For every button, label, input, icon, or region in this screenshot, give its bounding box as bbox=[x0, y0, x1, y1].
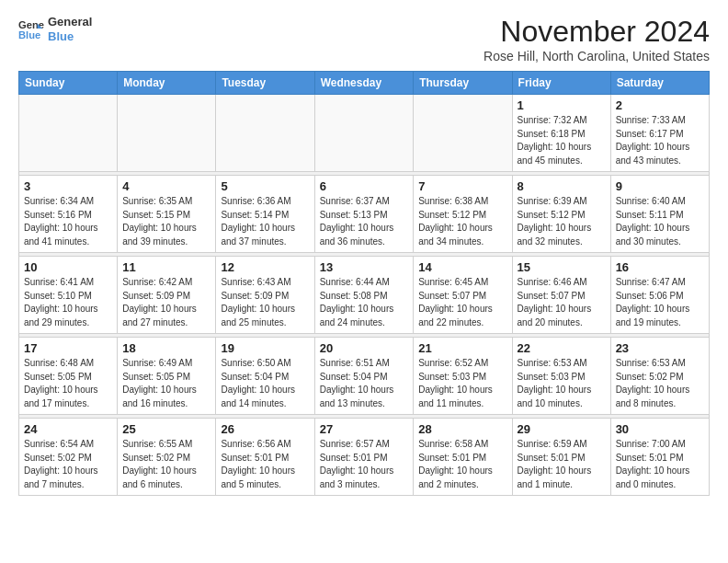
calendar-day: 24Sunrise: 6:54 AM Sunset: 5:02 PM Dayli… bbox=[19, 419, 118, 496]
calendar-day: 28Sunrise: 6:58 AM Sunset: 5:01 PM Dayli… bbox=[414, 419, 512, 496]
day-number: 8 bbox=[518, 179, 606, 193]
calendar-week-1: 1Sunrise: 7:32 AM Sunset: 6:18 PM Daylig… bbox=[19, 95, 710, 172]
day-number: 27 bbox=[320, 422, 409, 436]
calendar-day: 20Sunrise: 6:51 AM Sunset: 5:04 PM Dayli… bbox=[314, 338, 414, 415]
calendar-day: 17Sunrise: 6:48 AM Sunset: 5:05 PM Dayli… bbox=[19, 338, 118, 415]
day-info: Sunrise: 6:53 AM Sunset: 5:02 PM Dayligh… bbox=[616, 357, 704, 410]
calendar-day: 14Sunrise: 6:45 AM Sunset: 5:07 PM Dayli… bbox=[414, 257, 512, 334]
location: Rose Hill, North Carolina, United States bbox=[483, 49, 710, 63]
calendar-day: 23Sunrise: 6:53 AM Sunset: 5:02 PM Dayli… bbox=[610, 338, 709, 415]
day-number: 17 bbox=[24, 341, 112, 355]
calendar-week-4: 17Sunrise: 6:48 AM Sunset: 5:05 PM Dayli… bbox=[19, 338, 710, 415]
day-number: 11 bbox=[122, 260, 210, 274]
day-number: 15 bbox=[518, 260, 606, 274]
day-info: Sunrise: 6:49 AM Sunset: 5:05 PM Dayligh… bbox=[122, 357, 210, 410]
day-number: 2 bbox=[616, 98, 704, 112]
calendar-day: 13Sunrise: 6:44 AM Sunset: 5:08 PM Dayli… bbox=[314, 257, 414, 334]
calendar-day bbox=[19, 95, 118, 172]
calendar-day: 30Sunrise: 7:00 AM Sunset: 5:01 PM Dayli… bbox=[610, 419, 709, 496]
day-info: Sunrise: 6:43 AM Sunset: 5:09 PM Dayligh… bbox=[221, 276, 309, 329]
calendar-day: 1Sunrise: 7:32 AM Sunset: 6:18 PM Daylig… bbox=[512, 95, 610, 172]
calendar-day: 18Sunrise: 6:49 AM Sunset: 5:05 PM Dayli… bbox=[118, 338, 216, 415]
weekday-header-tuesday: Tuesday bbox=[216, 72, 314, 95]
day-info: Sunrise: 6:37 AM Sunset: 5:13 PM Dayligh… bbox=[320, 195, 409, 248]
calendar-day: 12Sunrise: 6:43 AM Sunset: 5:09 PM Dayli… bbox=[216, 257, 314, 334]
day-info: Sunrise: 6:56 AM Sunset: 5:01 PM Dayligh… bbox=[221, 438, 309, 491]
calendar-week-3: 10Sunrise: 6:41 AM Sunset: 5:10 PM Dayli… bbox=[19, 257, 710, 334]
day-number: 4 bbox=[122, 179, 210, 193]
calendar-week-5: 24Sunrise: 6:54 AM Sunset: 5:02 PM Dayli… bbox=[19, 419, 710, 496]
logo-text: GeneralBlue bbox=[48, 15, 92, 43]
calendar-day: 11Sunrise: 6:42 AM Sunset: 5:09 PM Dayli… bbox=[118, 257, 216, 334]
day-number: 30 bbox=[616, 422, 704, 436]
day-number: 13 bbox=[320, 260, 409, 274]
logo: General Blue GeneralBlue bbox=[18, 15, 92, 43]
calendar-day: 8Sunrise: 6:39 AM Sunset: 5:12 PM Daylig… bbox=[512, 176, 610, 253]
month-title: November 2024 bbox=[483, 15, 710, 49]
day-info: Sunrise: 6:47 AM Sunset: 5:06 PM Dayligh… bbox=[616, 276, 704, 329]
day-number: 26 bbox=[221, 422, 309, 436]
day-number: 25 bbox=[122, 422, 210, 436]
day-info: Sunrise: 6:38 AM Sunset: 5:12 PM Dayligh… bbox=[418, 195, 506, 248]
day-info: Sunrise: 6:55 AM Sunset: 5:02 PM Dayligh… bbox=[122, 438, 210, 491]
svg-text:Blue: Blue bbox=[18, 29, 40, 40]
calendar-day: 7Sunrise: 6:38 AM Sunset: 5:12 PM Daylig… bbox=[414, 176, 512, 253]
day-number: 9 bbox=[616, 179, 704, 193]
day-info: Sunrise: 6:57 AM Sunset: 5:01 PM Dayligh… bbox=[320, 438, 409, 491]
title-area: November 2024 Rose Hill, North Carolina,… bbox=[483, 15, 710, 63]
calendar-day bbox=[314, 95, 414, 172]
day-info: Sunrise: 7:00 AM Sunset: 5:01 PM Dayligh… bbox=[616, 438, 704, 491]
calendar-day: 9Sunrise: 6:40 AM Sunset: 5:11 PM Daylig… bbox=[610, 176, 709, 253]
day-info: Sunrise: 6:54 AM Sunset: 5:02 PM Dayligh… bbox=[24, 438, 112, 491]
calendar-week-2: 3Sunrise: 6:34 AM Sunset: 5:16 PM Daylig… bbox=[19, 176, 710, 253]
day-info: Sunrise: 6:34 AM Sunset: 5:16 PM Dayligh… bbox=[24, 195, 112, 248]
calendar-day bbox=[118, 95, 216, 172]
calendar-day: 4Sunrise: 6:35 AM Sunset: 5:15 PM Daylig… bbox=[118, 176, 216, 253]
day-info: Sunrise: 6:58 AM Sunset: 5:01 PM Dayligh… bbox=[418, 438, 506, 491]
calendar-day: 6Sunrise: 6:37 AM Sunset: 5:13 PM Daylig… bbox=[314, 176, 414, 253]
weekday-header-thursday: Thursday bbox=[414, 72, 512, 95]
calendar-day bbox=[216, 95, 314, 172]
day-info: Sunrise: 6:44 AM Sunset: 5:08 PM Dayligh… bbox=[320, 276, 409, 329]
calendar-day: 3Sunrise: 6:34 AM Sunset: 5:16 PM Daylig… bbox=[19, 176, 118, 253]
calendar-day: 16Sunrise: 6:47 AM Sunset: 5:06 PM Dayli… bbox=[610, 257, 709, 334]
day-info: Sunrise: 6:39 AM Sunset: 5:12 PM Dayligh… bbox=[518, 195, 606, 248]
day-number: 7 bbox=[418, 179, 506, 193]
day-info: Sunrise: 7:33 AM Sunset: 6:17 PM Dayligh… bbox=[616, 114, 704, 167]
day-info: Sunrise: 6:51 AM Sunset: 5:04 PM Dayligh… bbox=[320, 357, 409, 410]
calendar-day: 21Sunrise: 6:52 AM Sunset: 5:03 PM Dayli… bbox=[414, 338, 512, 415]
day-number: 5 bbox=[221, 179, 309, 193]
day-number: 22 bbox=[518, 341, 606, 355]
weekday-header-monday: Monday bbox=[118, 72, 216, 95]
day-number: 10 bbox=[24, 260, 112, 274]
day-number: 28 bbox=[418, 422, 506, 436]
day-info: Sunrise: 6:35 AM Sunset: 5:15 PM Dayligh… bbox=[122, 195, 210, 248]
calendar-day: 2Sunrise: 7:33 AM Sunset: 6:17 PM Daylig… bbox=[610, 95, 709, 172]
day-info: Sunrise: 6:46 AM Sunset: 5:07 PM Dayligh… bbox=[518, 276, 606, 329]
weekday-header-row: SundayMondayTuesdayWednesdayThursdayFrid… bbox=[19, 72, 710, 95]
weekday-header-friday: Friday bbox=[512, 72, 610, 95]
day-number: 3 bbox=[24, 179, 112, 193]
day-number: 24 bbox=[24, 422, 112, 436]
day-info: Sunrise: 6:42 AM Sunset: 5:09 PM Dayligh… bbox=[122, 276, 210, 329]
day-info: Sunrise: 6:52 AM Sunset: 5:03 PM Dayligh… bbox=[418, 357, 506, 410]
calendar-day: 25Sunrise: 6:55 AM Sunset: 5:02 PM Dayli… bbox=[118, 419, 216, 496]
day-number: 21 bbox=[418, 341, 506, 355]
day-number: 20 bbox=[320, 341, 409, 355]
svg-text:General: General bbox=[18, 19, 44, 30]
calendar-day: 15Sunrise: 6:46 AM Sunset: 5:07 PM Dayli… bbox=[512, 257, 610, 334]
day-info: Sunrise: 6:36 AM Sunset: 5:14 PM Dayligh… bbox=[221, 195, 309, 248]
day-info: Sunrise: 6:48 AM Sunset: 5:05 PM Dayligh… bbox=[24, 357, 112, 410]
day-number: 6 bbox=[320, 179, 409, 193]
day-number: 23 bbox=[616, 341, 704, 355]
day-number: 18 bbox=[122, 341, 210, 355]
day-info: Sunrise: 6:53 AM Sunset: 5:03 PM Dayligh… bbox=[518, 357, 606, 410]
calendar-day: 5Sunrise: 6:36 AM Sunset: 5:14 PM Daylig… bbox=[216, 176, 314, 253]
day-number: 14 bbox=[418, 260, 506, 274]
calendar-day: 10Sunrise: 6:41 AM Sunset: 5:10 PM Dayli… bbox=[19, 257, 118, 334]
day-info: Sunrise: 7:32 AM Sunset: 6:18 PM Dayligh… bbox=[518, 114, 606, 167]
day-number: 12 bbox=[221, 260, 309, 274]
page-header: General Blue GeneralBlue November 2024 R… bbox=[18, 15, 710, 63]
day-info: Sunrise: 6:59 AM Sunset: 5:01 PM Dayligh… bbox=[518, 438, 606, 491]
weekday-header-wednesday: Wednesday bbox=[314, 72, 414, 95]
